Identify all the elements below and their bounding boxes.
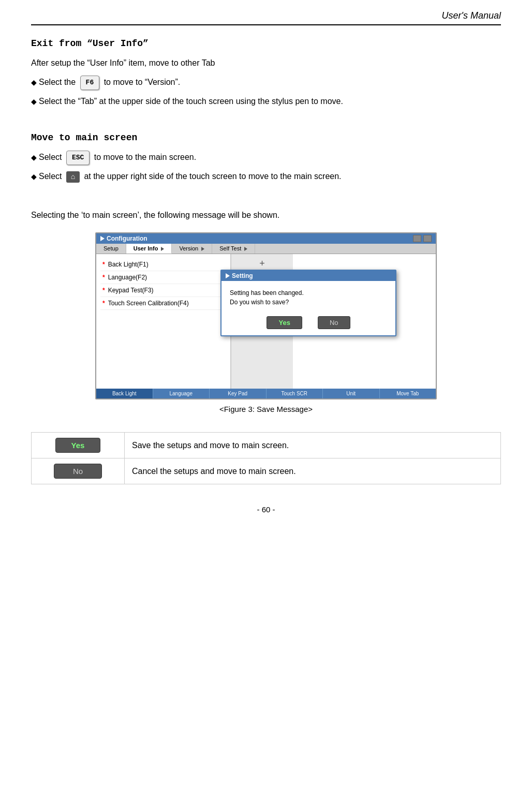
tab-arrow-userinfo bbox=[161, 247, 164, 251]
device-toolbar: Back Light Language Key Pad Touch SCR Un… bbox=[96, 389, 436, 398]
esc-key: ESC bbox=[66, 151, 90, 165]
dialog-triangle-icon bbox=[226, 273, 230, 278]
yes-desc-cell: Save the setups and move to main screen. bbox=[125, 433, 501, 458]
f6-key: F6 bbox=[80, 76, 100, 90]
tab-arrow-selftest bbox=[244, 247, 247, 251]
device-row-backlight: * Back Light(F1) bbox=[100, 258, 226, 271]
figure-caption: <Figure 3: Save Message> bbox=[219, 405, 313, 413]
device-row-keypad: * Keypad Test(F3) bbox=[100, 284, 226, 297]
desc-table: Yes Save the setups and move to main scr… bbox=[31, 432, 501, 484]
toolbar-touchscr[interactable]: Touch SCR bbox=[267, 389, 323, 398]
yes-desc-text: Save the setups and move to main screen. bbox=[132, 441, 289, 450]
maximize-icon[interactable] bbox=[423, 235, 432, 242]
page-number: - 60 - bbox=[257, 505, 275, 514]
bullet-diamond-3: ◆ bbox=[31, 152, 37, 164]
device-content: * Back Light(F1) * Language(F2) * Keypad… bbox=[96, 254, 436, 389]
no-button-display: No bbox=[54, 464, 102, 479]
minimize-icon[interactable] bbox=[413, 235, 421, 242]
section1-bullet1: ◆ Select the F6 to move to “Version”. bbox=[31, 75, 501, 90]
page-container: User's Manual Exit from “User Info” Afte… bbox=[0, 0, 532, 800]
device-screenshot: Configuration Setup User Info Version Se… bbox=[95, 232, 437, 399]
home-key-icon bbox=[66, 171, 80, 183]
plus-icon: + bbox=[235, 258, 289, 269]
no-desc-cell: Cancel the setups and move to main scree… bbox=[125, 458, 501, 484]
table-row-yes: Yes Save the setups and move to main scr… bbox=[32, 433, 501, 458]
no-btn-cell: No bbox=[32, 458, 125, 484]
figure-container: Configuration Setup User Info Version Se… bbox=[90, 232, 442, 422]
toolbar-keypad[interactable]: Key Pad bbox=[210, 389, 267, 398]
section1-intro: After setup the “User Info” item, move t… bbox=[31, 56, 501, 70]
star-backlight: * bbox=[102, 261, 105, 268]
bullet-diamond-2: ◆ bbox=[31, 96, 37, 108]
bullet-diamond-4: ◆ bbox=[31, 171, 37, 183]
toolbar-backlight[interactable]: Back Light bbox=[96, 389, 153, 398]
section1-title: Exit from “User Info” bbox=[31, 38, 501, 49]
tab-setup[interactable]: Setup bbox=[96, 244, 126, 254]
toolbar-unit[interactable]: Unit bbox=[323, 389, 380, 398]
dialog-buttons: Yes No bbox=[221, 312, 395, 335]
device-left-panel: * Back Light(F1) * Language(F2) * Keypad… bbox=[96, 254, 231, 389]
dialog-body: Setting has been changed. Do you wish to… bbox=[221, 281, 395, 312]
section2-bullet2: ◆ Select at the upper right side of the … bbox=[31, 169, 501, 183]
manual-title: User's Manual bbox=[442, 10, 501, 21]
dialog-message1: Setting has been changed. bbox=[230, 288, 387, 298]
page-header: User's Manual bbox=[31, 10, 501, 25]
page-footer: - 60 - bbox=[31, 505, 501, 514]
star-language: * bbox=[102, 274, 105, 281]
triangle-icon bbox=[100, 236, 105, 241]
device-tabbar: Setup User Info Version Self Test bbox=[96, 244, 436, 254]
no-desc-text: Cancel the setups and move to main scree… bbox=[132, 467, 296, 476]
dialog-yes-button[interactable]: Yes bbox=[267, 316, 302, 329]
bullet-diamond-1: ◆ bbox=[31, 77, 37, 89]
device-row-language: * Language(F2) bbox=[100, 271, 226, 284]
tab-version[interactable]: Version bbox=[172, 244, 212, 254]
toolbar-language[interactable]: Language bbox=[153, 389, 210, 398]
tab-arrow-version bbox=[201, 247, 204, 251]
dialog-no-button[interactable]: No bbox=[318, 316, 350, 329]
star-keypad: * bbox=[102, 287, 105, 294]
device-titlebar: Configuration bbox=[96, 233, 436, 244]
section3-intro: Selecting the ‘to main screen’, the foll… bbox=[31, 208, 501, 222]
dialog-title: Setting bbox=[232, 272, 253, 279]
tab-userinfo[interactable]: User Info bbox=[126, 244, 172, 254]
dialog-titlebar: Setting bbox=[221, 271, 395, 281]
device-title: Configuration bbox=[107, 235, 147, 242]
toolbar-movetab[interactable]: Move Tab bbox=[380, 389, 436, 398]
section2-bullet1: ◆ Select ESC to move to the main screen. bbox=[31, 150, 501, 165]
yes-button-display: Yes bbox=[55, 438, 101, 453]
tab-selftest[interactable]: Self Test bbox=[212, 244, 255, 254]
table-row-no: No Cancel the setups and move to main sc… bbox=[32, 458, 501, 484]
section1-bullet2: ◆ Select the “Tab” at the upper side of … bbox=[31, 94, 501, 108]
yes-btn-cell: Yes bbox=[32, 433, 125, 458]
section2-title: Move to main screen bbox=[31, 132, 501, 143]
dialog-message2: Do you wish to save? bbox=[230, 298, 387, 307]
device-row-touchscreen: * Touch Screen Calibration(F4) bbox=[100, 297, 226, 310]
save-dialog: Setting Setting has been changed. Do you… bbox=[220, 270, 396, 336]
star-touchscreen: * bbox=[102, 300, 105, 307]
